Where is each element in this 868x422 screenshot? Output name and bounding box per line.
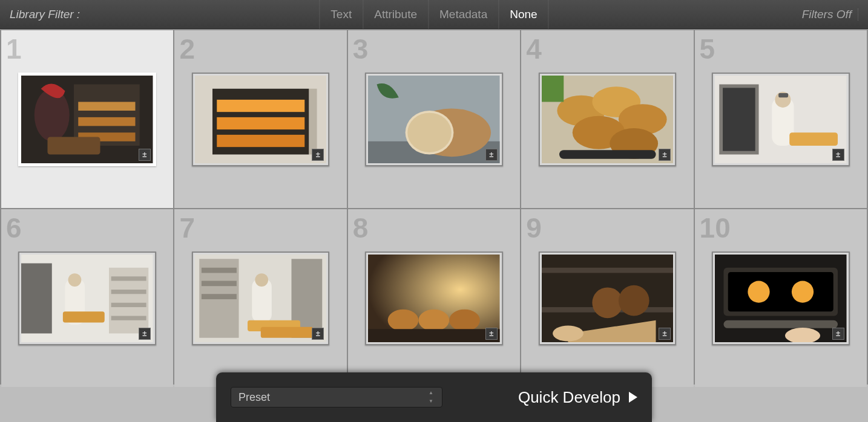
thumbnail-frame: ±	[539, 252, 677, 345]
preset-label: Preset	[238, 391, 270, 404]
svg-rect-10	[217, 117, 304, 129]
filter-tab-none[interactable]: None	[498, 0, 548, 28]
svg-rect-38	[111, 302, 146, 307]
svg-point-68	[748, 281, 769, 302]
svg-rect-11	[217, 134, 304, 146]
cell-index: 8	[353, 214, 369, 242]
grid-cell[interactable]: 6 ±	[1, 209, 173, 387]
svg-point-5	[35, 88, 70, 141]
svg-rect-36	[111, 276, 146, 281]
cell-index: 7	[179, 214, 195, 242]
develop-badge-icon: ±	[832, 149, 844, 161]
thumbnail-image	[542, 76, 674, 163]
grid-cell[interactable]: 3 ±	[348, 30, 520, 208]
preset-dropdown[interactable]: Preset ▲▼	[231, 387, 442, 407]
quick-develop-title: Quick Develop	[518, 388, 620, 407]
svg-rect-24	[559, 150, 656, 159]
cell-index: 5	[700, 35, 715, 63]
thumbnail-frame: ±	[712, 252, 850, 345]
grid-cell[interactable]: 8 ±	[348, 209, 520, 387]
divider	[858, 8, 858, 21]
develop-badge-icon: ±	[832, 328, 844, 340]
svg-rect-6	[48, 137, 100, 154]
svg-rect-12	[309, 88, 317, 154]
svg-rect-42	[63, 311, 105, 322]
cell-index: 4	[526, 35, 542, 63]
thumbnail-frame: ±	[18, 252, 156, 345]
thumbnail-image	[21, 255, 153, 342]
svg-rect-28	[723, 88, 755, 151]
filter-tab-label: Text	[330, 8, 352, 21]
filter-tab-metadata[interactable]: Metadata	[428, 0, 498, 28]
stepper-icon: ▲▼	[429, 391, 438, 404]
svg-point-64	[553, 325, 584, 341]
svg-point-56	[449, 309, 480, 331]
svg-rect-32	[789, 132, 838, 146]
filter-tab-label: Attribute	[374, 8, 417, 21]
svg-point-63	[619, 285, 649, 316]
filter-tab-label: None	[510, 8, 537, 21]
thumbnail-image	[195, 76, 327, 163]
thumbnail-image	[715, 255, 847, 342]
thumbnail-grid: 1 ± 2	[0, 29, 868, 385]
filter-tab-label: Metadata	[439, 8, 487, 21]
svg-point-17	[407, 112, 452, 152]
filter-tab-text[interactable]: Text	[319, 0, 363, 28]
svg-rect-25	[542, 76, 564, 102]
svg-point-55	[419, 309, 450, 331]
quick-develop-panel: Preset ▲▼ Quick Develop	[216, 372, 652, 422]
filters-off-toggle[interactable]: Filters Off	[802, 8, 858, 21]
grid-cell[interactable]: 1 ±	[1, 30, 173, 208]
develop-badge-icon: ±	[659, 149, 671, 161]
svg-point-50	[255, 273, 268, 287]
develop-badge-icon: ±	[139, 328, 151, 340]
library-filter-label: Library Filter :	[10, 8, 80, 21]
grid-cell[interactable]: 2 ±	[174, 30, 346, 208]
svg-rect-52	[261, 326, 314, 337]
filters-off-label: Filters Off	[802, 8, 852, 21]
svg-rect-34	[21, 263, 52, 333]
svg-rect-31	[778, 93, 788, 97]
thumbnail-frame: ±	[365, 252, 503, 345]
develop-badge-icon: ±	[659, 328, 671, 340]
thumbnail-frame: ±	[192, 73, 330, 166]
svg-rect-57	[368, 329, 500, 342]
develop-badge-icon: ±	[139, 149, 151, 161]
develop-badge-icon: ±	[485, 328, 498, 340]
thumbnail-frame: ±	[365, 73, 503, 166]
cell-index: 1	[6, 35, 22, 63]
thumbnail-image	[542, 255, 674, 342]
svg-rect-2	[79, 102, 136, 111]
grid-cell[interactable]: 4 ±	[521, 30, 693, 208]
cell-index: 6	[6, 214, 22, 242]
cell-index: 2	[179, 35, 195, 63]
thumbnail-image	[368, 255, 500, 342]
cell-index: 9	[526, 214, 542, 242]
thumbnail-frame: ±	[192, 252, 330, 345]
thumbnail-frame: ±	[18, 73, 156, 166]
svg-point-62	[592, 287, 623, 318]
triangle-left-icon	[629, 392, 637, 403]
thumbnail-image	[715, 76, 847, 163]
grid-cell[interactable]: 10 ±	[695, 209, 867, 387]
grid-cell[interactable]: 9 ±	[521, 209, 693, 387]
svg-rect-70	[724, 320, 838, 328]
thumbnail-image	[195, 255, 327, 342]
svg-rect-39	[111, 316, 146, 320]
cell-index: 3	[353, 35, 369, 63]
grid-cell[interactable]: 7 ±	[174, 209, 346, 387]
thumbnail-image	[21, 76, 153, 163]
library-filter-bar: Library Filter : Text Attribute Metadata…	[0, 0, 868, 29]
svg-rect-45	[202, 267, 237, 273]
thumbnail-frame: ±	[539, 73, 677, 166]
filter-tab-attribute[interactable]: Attribute	[363, 0, 428, 28]
quick-develop-toggle[interactable]: Quick Develop	[518, 388, 637, 407]
svg-point-54	[388, 309, 419, 331]
svg-rect-37	[111, 290, 146, 294]
develop-badge-icon: ±	[312, 328, 324, 340]
svg-rect-46	[202, 281, 237, 286]
grid-cell[interactable]: 5 ±	[695, 30, 867, 208]
library-filter-tabs: Text Attribute Metadata None	[319, 0, 548, 28]
thumbnail-image	[368, 76, 500, 163]
svg-point-41	[68, 273, 82, 287]
